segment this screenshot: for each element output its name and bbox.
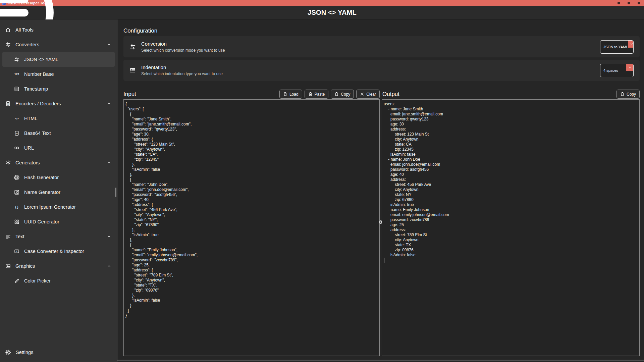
swap-icon (14, 56, 20, 62)
conversion-dropdown-value: JSON to YAML (600, 41, 628, 53)
x-icon (360, 92, 364, 96)
image-icon (5, 263, 11, 269)
sidebar-item-json-yaml[interactable]: JSON <> YAML (2, 52, 115, 67)
sidebar-item-uuid-generator[interactable]: UUID Generator (0, 214, 117, 229)
indentation-dropdown-value: 4 spaces (600, 64, 626, 77)
load-button[interactable]: Load (279, 90, 302, 99)
person-icon (14, 189, 20, 195)
indentation-setting-card: IndentationSelect which indentation type… (123, 60, 640, 81)
svg-text:01: 01 (16, 133, 18, 135)
sidebar-item-text[interactable]: Text (0, 229, 117, 244)
conversion-card-title: Conversion (141, 41, 225, 47)
chevron-up-icon (107, 42, 111, 47)
conversion-card-subtitle: Select which conversion mode you want to… (141, 48, 225, 53)
paste-button[interactable]: Paste (305, 90, 329, 99)
editor-panes: { "users": [ { "name": "Jane Smith", "em… (123, 99, 640, 356)
input-editor[interactable]: { "users": [ { "name": "Jane Smith", "em… (123, 99, 380, 356)
text-lines-icon (5, 234, 11, 240)
indent-icon (129, 67, 136, 74)
app-header: JSON <> YAML (0, 6, 644, 19)
output-editor[interactable]: users: - name: Jane Smith email: jane.sm… (382, 99, 640, 356)
sidebar-item-case-converter-inspector[interactable]: TCase Converter & Inspector (0, 244, 117, 259)
main-content: Configuration ConversionSelect which con… (117, 19, 644, 362)
clipboard-icon (620, 92, 625, 96)
chevron-up-icon (107, 264, 111, 268)
copy-button[interactable]: Copy (331, 90, 354, 99)
sidebar-item-encoders-decoders[interactable]: 01Encoders / Decoders (0, 96, 117, 111)
svg-text:123: 123 (14, 72, 19, 76)
swap-icon (129, 43, 136, 50)
chevron-up-icon (107, 101, 111, 106)
indentation-card-title: Indentation (141, 64, 223, 70)
binary-file-icon: 01 (14, 130, 20, 136)
sidebar-item-hash-generator[interactable]: Hash Generator (0, 170, 117, 185)
braces-icon: { } (14, 204, 20, 210)
binary-file-icon: 01 (5, 101, 11, 107)
sidebar-item-html[interactable]: </>HTML (0, 111, 117, 126)
footer (123, 356, 640, 362)
home-icon (5, 27, 11, 33)
sidebar-item-generators[interactable]: Generators (0, 155, 117, 170)
configuration-cards: ConversionSelect which conversion mode y… (123, 36, 640, 81)
maximize-button[interactable] (628, 2, 630, 4)
sidebar-item-graphics[interactable]: Graphics (0, 259, 117, 273)
fingerprint-icon (14, 174, 20, 180)
sidebar-item-number-base[interactable]: 123Number Base (0, 67, 117, 82)
conversion-dropdown[interactable]: JSON to YAML (600, 40, 634, 54)
gear-icon (5, 349, 11, 356)
page-title: JSON <> YAML (20, 9, 644, 16)
close-button[interactable] (638, 2, 640, 4)
window-controls (618, 2, 640, 4)
chevron-down-icon (626, 64, 633, 71)
sidebar: All ToolsConvertersJSON <> YAML123Number… (0, 19, 117, 362)
code-icon: </> (14, 115, 20, 121)
minimize-button[interactable] (618, 2, 620, 4)
sidebar-item-url[interactable]: URL (0, 141, 117, 155)
swap-icon (5, 42, 11, 48)
clear-button[interactable]: Clear (356, 90, 380, 99)
pen-icon (14, 278, 20, 284)
letter-case-icon: T (14, 248, 20, 254)
indentation-card-subtitle: Select which indentation type you want t… (141, 71, 223, 76)
calendar-icon (14, 86, 20, 92)
sidebar-item-converters[interactable]: Converters (0, 37, 117, 52)
copy-button[interactable]: Copy (616, 90, 640, 99)
sidebar-item-base64-text[interactable]: 01Base64 Text (0, 126, 117, 141)
sidebar-scrollbar-thumb[interactable] (115, 188, 116, 197)
output-code: users: - name: Jane Smith email: jane.sm… (384, 102, 638, 258)
chevron-up-icon (107, 234, 111, 239)
grid-icon (14, 219, 20, 225)
titlebar: Roselt Developer Tools (0, 0, 644, 6)
indentation-dropdown[interactable]: 4 spaces (600, 64, 634, 77)
menu-button[interactable] (3, 8, 12, 17)
input-toolbar: LoadPasteCopyClear (279, 90, 380, 99)
svg-text:</>: </> (15, 117, 19, 120)
sidebar-item-all-tools[interactable]: All Tools (0, 22, 117, 37)
file-icon (283, 92, 287, 96)
sidebar-item-timestamp[interactable]: Timestamp (0, 82, 117, 96)
input-title: Input (123, 91, 136, 97)
asterisk-icon (5, 160, 11, 166)
sidebar-item-lorem-ipsum-generator[interactable]: { }Lorem Ipsum Generator (0, 200, 117, 214)
clipboard-plus-icon (308, 92, 313, 96)
clipboard-icon (334, 92, 339, 96)
svg-text:T: T (16, 250, 18, 253)
output-title: Output (382, 91, 399, 97)
number-123-icon: 123 (14, 71, 20, 77)
sidebar-nav: All ToolsConvertersJSON <> YAML123Number… (0, 22, 117, 288)
svg-text:{ }: { } (15, 205, 18, 209)
chevron-down-icon (628, 41, 634, 48)
conversion-setting-card: ConversionSelect which conversion mode y… (123, 36, 640, 57)
link-icon (14, 145, 20, 151)
input-header: Input LoadPasteCopyClear (123, 90, 380, 99)
svg-text:01: 01 (7, 103, 9, 105)
output-toolbar: Copy (616, 90, 640, 99)
sidebar-item-name-generator[interactable]: Name Generator (0, 185, 117, 200)
input-code: { "users": [ { "name": "Jane Smith", "em… (125, 102, 378, 318)
sidebar-item-color-picker[interactable]: Color Picker (0, 273, 117, 288)
configuration-title: Configuration (123, 28, 640, 34)
output-header: Output Copy (382, 90, 640, 99)
horizontal-scrollbar[interactable] (117, 360, 644, 361)
text-caret (384, 258, 384, 263)
sidebar-item-settings[interactable]: Settings (0, 345, 117, 360)
